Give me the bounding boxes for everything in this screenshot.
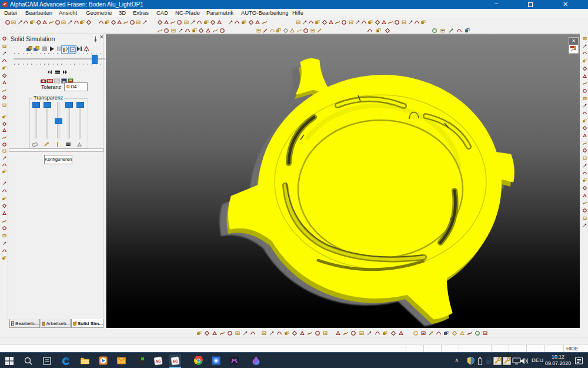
svg-text:AC: AC bbox=[172, 359, 179, 363]
svg-text:AC: AC bbox=[155, 359, 162, 363]
